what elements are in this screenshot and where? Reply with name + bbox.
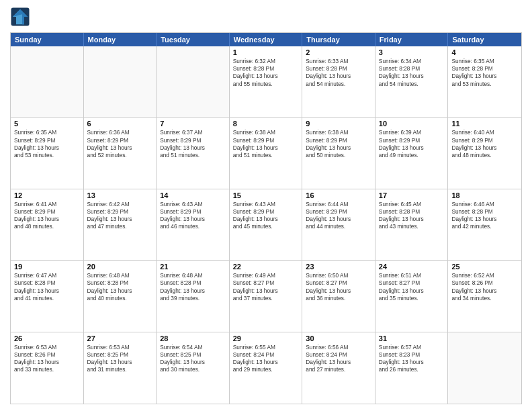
day-number: 1 [233, 48, 299, 56]
calendar-row-2: 12Sunrise: 6:41 AMSunset: 8:29 PMDayligh… [11, 189, 521, 261]
cell-line: Sunset: 8:29 PM [306, 137, 371, 144]
calendar-body: 1Sunrise: 6:32 AMSunset: 8:28 PMDaylight… [11, 46, 521, 404]
cell-line: Sunset: 8:29 PM [14, 137, 80, 144]
calendar-row-0: 1Sunrise: 6:32 AMSunset: 8:28 PMDaylight… [11, 46, 521, 118]
cell-line: Daylight: 13 hours [379, 216, 445, 223]
cell-line: Sunrise: 6:50 AM [306, 272, 371, 279]
cell-line: Daylight: 13 hours [379, 73, 445, 80]
cell-line: Daylight: 13 hours [14, 359, 80, 366]
day-cell-8: 8Sunrise: 6:38 AMSunset: 8:29 PMDaylight… [230, 118, 303, 188]
cell-line: and 43 minutes. [379, 223, 445, 230]
cell-line: and 40 minutes. [87, 295, 153, 302]
day-cell-25: 25Sunrise: 6:52 AMSunset: 8:26 PMDayligh… [448, 261, 521, 331]
day-cell-31: 31Sunrise: 6:57 AMSunset: 8:23 PMDayligh… [375, 332, 449, 404]
day-number: 6 [87, 120, 153, 128]
cell-line: Sunset: 8:29 PM [233, 208, 299, 216]
cell-line: Sunrise: 6:43 AM [233, 201, 299, 208]
cell-line: Daylight: 13 hours [306, 73, 371, 80]
empty-cell [448, 332, 521, 404]
cell-line: Sunset: 8:29 PM [379, 137, 445, 144]
header-day-thursday: Thursday [302, 33, 375, 46]
day-cell-18: 18Sunrise: 6:46 AMSunset: 8:28 PMDayligh… [448, 189, 521, 260]
cell-line: Sunrise: 6:39 AM [379, 129, 445, 136]
cell-line: Sunrise: 6:48 AM [87, 272, 153, 279]
cell-line: and 27 minutes. [306, 366, 371, 373]
cell-line: Sunset: 8:23 PM [379, 351, 445, 359]
day-number: 17 [379, 191, 445, 199]
cell-line: and 55 minutes. [233, 81, 299, 88]
cell-line: Daylight: 13 hours [14, 144, 80, 152]
empty-cell [84, 46, 157, 117]
header-day-friday: Friday [375, 33, 449, 46]
cell-line: Sunrise: 6:48 AM [160, 272, 226, 279]
cell-line: Sunset: 8:27 PM [306, 279, 371, 287]
day-cell-24: 24Sunrise: 6:51 AMSunset: 8:27 PMDayligh… [375, 261, 449, 331]
empty-cell [157, 46, 230, 117]
cell-line: Sunrise: 6:35 AM [14, 129, 80, 136]
cell-line: Sunrise: 6:53 AM [14, 344, 80, 351]
cell-line: and 51 minutes. [233, 152, 299, 159]
day-cell-30: 30Sunrise: 6:56 AMSunset: 8:24 PMDayligh… [302, 332, 375, 404]
cell-line: Sunrise: 6:49 AM [233, 272, 299, 279]
day-cell-14: 14Sunrise: 6:43 AMSunset: 8:29 PMDayligh… [157, 189, 230, 260]
day-number: 18 [451, 191, 518, 199]
cell-line: and 53 minutes. [451, 81, 518, 88]
day-number: 30 [306, 334, 371, 342]
cell-line: Sunrise: 6:32 AM [233, 58, 299, 65]
cell-line: Sunset: 8:24 PM [306, 351, 371, 359]
cell-line: Sunrise: 6:51 AM [379, 272, 445, 279]
header-day-monday: Monday [84, 33, 157, 46]
day-number: 28 [160, 334, 226, 342]
cell-line: and 53 minutes. [14, 152, 80, 159]
cell-line: and 29 minutes. [233, 366, 299, 373]
day-number: 20 [87, 263, 153, 271]
cell-line: Sunset: 8:29 PM [87, 137, 153, 144]
day-number: 27 [87, 334, 153, 342]
cell-line: Daylight: 13 hours [233, 359, 299, 366]
cell-line: Sunset: 8:24 PM [233, 351, 299, 359]
day-number: 12 [14, 191, 80, 199]
day-number: 31 [379, 334, 445, 342]
cell-line: and 51 minutes. [160, 152, 226, 159]
cell-line: Sunrise: 6:56 AM [306, 344, 371, 351]
cell-line: Sunset: 8:25 PM [87, 351, 153, 359]
cell-line: Daylight: 13 hours [160, 144, 226, 152]
cell-line: and 54 minutes. [379, 81, 445, 88]
day-cell-21: 21Sunrise: 6:48 AMSunset: 8:28 PMDayligh… [157, 261, 230, 331]
day-cell-5: 5Sunrise: 6:35 AMSunset: 8:29 PMDaylight… [11, 118, 84, 188]
cell-line: Sunset: 8:28 PM [379, 65, 445, 73]
calendar-row-3: 19Sunrise: 6:47 AMSunset: 8:28 PMDayligh… [11, 261, 521, 332]
cell-line: Daylight: 13 hours [306, 287, 371, 295]
day-number: 15 [233, 191, 299, 199]
day-cell-23: 23Sunrise: 6:50 AMSunset: 8:27 PMDayligh… [302, 261, 375, 331]
cell-line: Sunset: 8:29 PM [87, 208, 153, 216]
day-number: 19 [14, 263, 80, 271]
cell-line: Sunset: 8:26 PM [451, 279, 518, 287]
cell-line: Daylight: 13 hours [87, 144, 153, 152]
day-cell-28: 28Sunrise: 6:54 AMSunset: 8:25 PMDayligh… [157, 332, 230, 404]
day-cell-29: 29Sunrise: 6:55 AMSunset: 8:24 PMDayligh… [230, 332, 303, 404]
day-cell-27: 27Sunrise: 6:53 AMSunset: 8:25 PMDayligh… [84, 332, 157, 404]
cell-line: Daylight: 13 hours [379, 144, 445, 152]
cell-line: Daylight: 13 hours [160, 287, 226, 295]
day-number: 21 [160, 263, 226, 271]
cell-line: Sunrise: 6:40 AM [451, 129, 518, 136]
cell-line: Sunset: 8:29 PM [451, 137, 518, 144]
cell-line: Sunset: 8:29 PM [160, 137, 226, 144]
day-number: 13 [87, 191, 153, 199]
day-cell-4: 4Sunrise: 6:35 AMSunset: 8:28 PMDaylight… [448, 46, 521, 117]
cell-line: Sunrise: 6:45 AM [379, 201, 445, 208]
cell-line: Sunrise: 6:44 AM [306, 201, 371, 208]
cell-line: Sunset: 8:29 PM [160, 208, 226, 216]
cell-line: Sunset: 8:28 PM [14, 279, 80, 287]
cell-line: and 35 minutes. [379, 295, 445, 302]
day-number: 4 [451, 48, 518, 56]
day-cell-7: 7Sunrise: 6:37 AMSunset: 8:29 PMDaylight… [157, 118, 230, 188]
cell-line: Sunset: 8:26 PM [14, 351, 80, 359]
cell-line: Sunrise: 6:53 AM [87, 344, 153, 351]
cell-line: Daylight: 13 hours [379, 359, 445, 366]
cell-line: and 31 minutes. [87, 366, 153, 373]
cell-line: Daylight: 13 hours [233, 73, 299, 80]
day-cell-10: 10Sunrise: 6:39 AMSunset: 8:29 PMDayligh… [375, 118, 449, 188]
day-cell-13: 13Sunrise: 6:42 AMSunset: 8:29 PMDayligh… [84, 189, 157, 260]
